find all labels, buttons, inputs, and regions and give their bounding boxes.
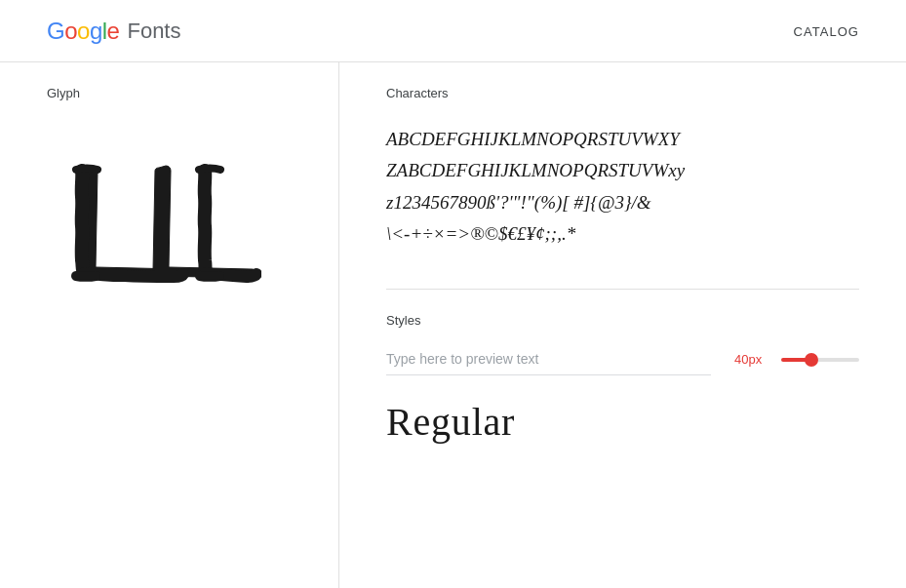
right-panel: Characters ABCDEFGHIJKLMNOPQRSTUVWXY ZAB… — [339, 62, 859, 588]
characters-label: Characters — [386, 86, 859, 100]
styles-section-label: Styles — [386, 313, 859, 328]
char-line-3: z1234567890ß'?'"!"(%)[ #]{@3}/& — [386, 187, 859, 218]
section-divider — [386, 289, 859, 290]
main-nav: CATALOG — [794, 23, 859, 39]
font-size-slider[interactable] — [781, 358, 859, 362]
header: Google Fonts CATALOG — [0, 0, 906, 62]
regular-style-preview: Regular — [386, 399, 859, 445]
google-wordmark: Google — [47, 18, 119, 45]
glyph-section-label: Glyph — [47, 86, 307, 100]
glyph-display-area — [47, 124, 307, 299]
characters-display: ABCDEFGHIJKLMNOPQRSTUVWXY ZABCDEFGHIJKLM… — [386, 124, 859, 250]
styles-section: Styles 40px Regular — [386, 313, 859, 445]
char-line-2: ZABCDEFGHIJKLMNOPQRSTUVWxy — [386, 155, 859, 186]
fonts-wordmark: Fonts — [127, 19, 180, 44]
char-line-4: \<-+÷×=>®©$€£¥¢;;,.* — [386, 218, 859, 250]
characters-section: Characters ABCDEFGHIJKLMNOPQRSTUVWXY ZAB… — [386, 86, 859, 250]
glyph-panel: Glyph — [47, 62, 339, 588]
char-line-1: ABCDEFGHIJKLMNOPQRSTUVWXY — [386, 124, 859, 155]
main-content: Glyph — [0, 62, 906, 588]
glyph-svg — [47, 134, 261, 299]
preview-text-input[interactable] — [386, 343, 711, 375]
font-size-label: 40px — [734, 352, 769, 367]
size-control: 40px — [734, 352, 859, 367]
preview-controls: 40px — [386, 343, 859, 375]
catalog-nav-item[interactable]: CATALOG — [794, 24, 859, 39]
logo[interactable]: Google Fonts — [47, 18, 180, 45]
